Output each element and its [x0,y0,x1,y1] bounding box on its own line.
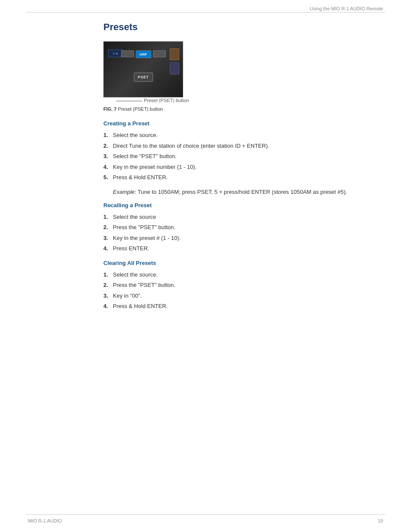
step-3-3: 3. Key in "00". [103,292,383,300]
arrow-line: Preset (PSET) button [103,99,189,103]
device-button-group: GRP [121,50,166,58]
step-text: Select the source. [113,271,158,279]
step-text: Key in the preset # (1 - 10). [113,234,181,243]
step-1-4: 4. Key in the preset number (1 - 10). [103,163,383,171]
step-number: 3. [103,292,113,300]
device-image: V 8. GRP PSET [103,41,183,97]
step-2-4: 4. Press ENTER. [103,244,383,253]
section-recalling-preset: Recalling a Preset 1. Select the source … [103,202,383,253]
recalling-steps-list: 1. Select the source 2. Press the "PSET"… [103,213,383,253]
fig-caption: FIG. 7 Preset (PSET) button [103,106,383,112]
fig-label-container: Preset (PSET) button [103,97,383,103]
device-image-inner: V 8. GRP PSET [104,42,183,97]
step-text: Press the "PSET" button. [113,223,175,232]
step-number: 2. [103,223,113,232]
arrow-horizontal-line [116,101,142,101]
step-1-1: 1. Select the source. [103,131,383,140]
step-3-2: 2. Press the "PSET" button. [103,281,383,289]
step-1-3: 3. Select the "PSET" button. [103,152,383,161]
section-heading-clearing: Clearing All Presets [103,260,383,266]
step-number: 2. [103,142,113,150]
step-number: 1. [103,131,113,140]
step-number: 2. [103,281,113,289]
section-creating-preset: Creating a Preset 1. Select the source. … [103,120,383,195]
fig-caption-bold: FIG. 7 [103,106,117,112]
step-2-3: 3. Key in the preset # (1 - 10). [103,234,383,243]
step-text: Direct Tune to the station of choice (en… [113,142,269,150]
footer-product: MIO R-1 AUDIO [28,518,62,523]
main-content: Presets V 8. GRP PSET [103,22,383,317]
section-heading-recalling: Recalling a Preset [103,202,383,208]
fig-caption-text: Preset (PSET) button [117,106,163,112]
section-heading-creating: Creating a Preset [103,120,383,127]
step-3-4: 4. Press & Hold ENTER. [103,302,383,311]
step-text: Press & Hold ENTER. [113,302,168,311]
page-title: Presets [103,22,383,33]
side-btn-1 [170,48,179,60]
footer-page-number: 19 [378,518,383,523]
step-1-5: 5. Press & Hold ENTER. [103,173,383,182]
step-number: 4. [103,244,113,253]
step-number: 4. [103,302,113,311]
device-side-buttons [170,48,179,75]
step-1-2: 2. Direct Tune to the station of choice … [103,142,383,150]
step-3-1: 1. Select the source. [103,271,383,279]
side-btn-2 [170,62,179,75]
top-rule [26,12,385,12]
clearing-steps-list: 1. Select the source. 2. Press the "PSET… [103,271,383,311]
step-number: 1. [103,271,113,279]
step-number: 1. [103,213,113,221]
step-number: 4. [103,163,113,171]
figure-container: V 8. GRP PSET Preset [103,41,383,103]
step-text: Select the source. [113,131,158,140]
step-text: Key in "00". [113,292,142,300]
step-text: Key in the preset number (1 - 10). [113,163,196,171]
device-btn-3 [153,50,166,57]
step-2-2: 2. Press the "PSET" button. [103,223,383,232]
header-breadcrumb: Using the MIO R-1 AUDIO Remote [310,6,383,11]
preset-button-label: Preset (PSET) button [144,98,189,103]
step-number: 3. [103,152,113,161]
step-2-1: 1. Select the source [103,213,383,221]
step-text: Press ENTER. [113,244,149,253]
device-btn-grp: GRP [136,50,151,58]
creating-steps-list: 1. Select the source. 2. Direct Tune to … [103,131,383,182]
step-text: Press & Hold ENTER. [113,173,168,182]
device-btn-1 [121,50,134,57]
step-text: Select the source [113,213,156,221]
page-container: Using the MIO R-1 AUDIO Remote Presets V… [0,0,411,532]
example-label: Example [113,189,135,195]
step-text: Press the "PSET" button. [113,281,175,289]
step-number: 5. [103,173,113,182]
section-clearing-presets: Clearing All Presets 1. Select the sourc… [103,260,383,311]
step-example: Example: Tune to 1050AM; press PSET; 5 +… [113,189,383,195]
step-number: 3. [103,234,113,243]
bottom-rule [26,514,385,515]
step-text: Select the "PSET" button. [113,152,177,161]
pset-button: PSET [134,72,153,82]
